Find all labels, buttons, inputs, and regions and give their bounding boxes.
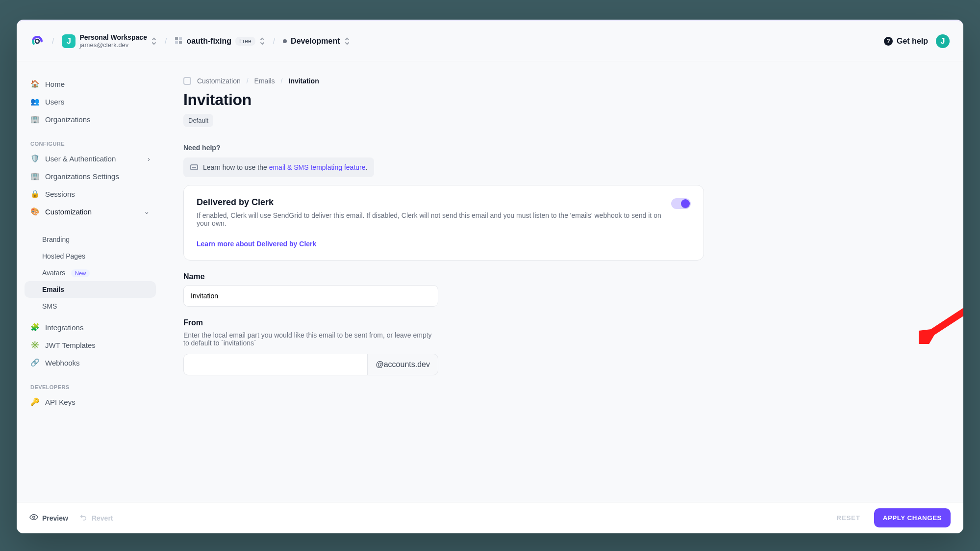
sidebar-item-label: Home bbox=[45, 80, 65, 88]
name-label: Name bbox=[183, 272, 438, 281]
sidebar-item-sessions[interactable]: 🔒 Sessions bbox=[25, 185, 156, 203]
sidebar-item-organizations[interactable]: 🏢 Organizations bbox=[25, 110, 156, 128]
subnav-sms[interactable]: SMS bbox=[25, 298, 156, 315]
sidebar-item-api-keys[interactable]: 🔑 API Keys bbox=[25, 393, 156, 411]
nav-more: 🧩 Integrations ✳️ JWT Templates 🔗 Webhoo… bbox=[25, 318, 156, 371]
field-from: From Enter the local email part you woul… bbox=[183, 318, 438, 375]
breadcrumb-separator: / bbox=[281, 77, 283, 85]
page-title: Invitation bbox=[183, 91, 944, 109]
sidebar-item-label: Webhooks bbox=[45, 359, 80, 367]
from-help: Enter the local email part you would lik… bbox=[183, 331, 438, 347]
help-box: Learn how to use the email & SMS templat… bbox=[183, 157, 374, 177]
subnav-customization: Branding Hosted Pages Avatars New Emails… bbox=[25, 231, 156, 315]
environment-selector[interactable]: Development bbox=[283, 37, 350, 46]
help-link[interactable]: email & SMS templating feature bbox=[269, 163, 366, 171]
app-window: / J Personal Workspace james@clerk.dev /… bbox=[17, 20, 963, 533]
sidebar-item-customization[interactable]: 🎨 Customization ⌄ bbox=[25, 203, 156, 220]
crumb-invitation: Invitation bbox=[289, 77, 319, 85]
workspace-chip: J bbox=[62, 34, 75, 48]
panel-description: If enabled, Clerk will use SendGrid to d… bbox=[197, 211, 662, 227]
sidebar-item-label: Organizations Settings bbox=[45, 172, 119, 181]
delivered-by-clerk-panel: Delivered by Clerk If enabled, Clerk wil… bbox=[183, 185, 704, 261]
chevron-right-icon: › bbox=[148, 155, 150, 163]
clerk-logo-icon bbox=[30, 34, 44, 48]
lock-icon: 🔒 bbox=[30, 189, 39, 198]
sidebar-item-label: JWT Templates bbox=[45, 341, 96, 349]
subnav-avatars[interactable]: Avatars New bbox=[25, 264, 156, 281]
crumb-emails[interactable]: Emails bbox=[254, 77, 275, 85]
sidebar-item-organizations-settings[interactable]: 🏢 Organizations Settings bbox=[25, 167, 156, 185]
breadcrumb-separator: / bbox=[165, 37, 167, 46]
environment-name: Development bbox=[291, 37, 340, 46]
sidebar-item-jwt-templates[interactable]: ✳️ JWT Templates bbox=[25, 336, 156, 354]
sidebar-item-label: Sessions bbox=[45, 190, 75, 198]
project-caret-icon bbox=[259, 37, 265, 46]
svg-line-7 bbox=[932, 290, 963, 332]
status-badge: Default bbox=[183, 114, 213, 127]
breadcrumb-separator: / bbox=[52, 37, 54, 46]
subnav-branding[interactable]: Branding bbox=[25, 231, 156, 248]
reset-button[interactable]: RESET bbox=[833, 514, 863, 522]
learn-more-link[interactable]: Learn more about Delivered by Clerk bbox=[197, 240, 316, 248]
sidebar-item-label: Customization bbox=[45, 208, 92, 216]
svg-point-8 bbox=[33, 516, 35, 519]
from-label: From bbox=[183, 318, 438, 327]
sidebar-item-label: API Keys bbox=[45, 398, 75, 406]
breadcrumbs: Customization / Emails / Invitation bbox=[183, 77, 944, 85]
sidebar-item-label: Users bbox=[45, 98, 64, 106]
org-settings-icon: 🏢 bbox=[30, 172, 39, 181]
from-input-group: @accounts.dev bbox=[183, 354, 438, 375]
section-title-developers: DEVELOPERS bbox=[25, 382, 156, 393]
from-input[interactable] bbox=[183, 354, 367, 375]
help-icon: ? bbox=[884, 37, 893, 46]
name-input[interactable] bbox=[183, 285, 438, 307]
panel-title: Delivered by Clerk bbox=[197, 197, 662, 208]
apply-changes-button[interactable]: APPLY CHANGES bbox=[874, 508, 951, 527]
help-text: Learn how to use the bbox=[203, 163, 269, 171]
svg-rect-3 bbox=[179, 37, 182, 40]
preview-button[interactable]: Preview bbox=[29, 513, 68, 523]
svg-rect-4 bbox=[175, 41, 178, 44]
revert-button[interactable]: Revert bbox=[79, 513, 113, 523]
org-icon: 🏢 bbox=[30, 115, 39, 124]
envelope-icon bbox=[190, 164, 198, 170]
subnav-emails[interactable]: Emails bbox=[25, 281, 156, 298]
sidebar-item-home[interactable]: 🏠 Home bbox=[25, 75, 156, 93]
sidebar-item-label: Organizations bbox=[45, 115, 91, 124]
sidebar-item-users[interactable]: 👥 Users bbox=[25, 93, 156, 110]
workspace-name: Personal Workspace bbox=[79, 33, 147, 41]
sidebar-item-label: User & Authentication bbox=[45, 155, 116, 163]
sidebar-item-user-auth[interactable]: 🛡️ User & Authentication › bbox=[25, 150, 156, 167]
breadcrumb-separator: / bbox=[273, 37, 275, 46]
revert-icon bbox=[79, 513, 88, 523]
topbar: / J Personal Workspace james@clerk.dev /… bbox=[17, 21, 963, 61]
key-icon: 🔑 bbox=[30, 397, 39, 406]
sidebar-item-webhooks[interactable]: 🔗 Webhooks bbox=[25, 354, 156, 371]
toggle-knob-icon bbox=[681, 199, 690, 208]
delivered-by-clerk-toggle[interactable] bbox=[671, 198, 691, 209]
help-button[interactable]: ? Get help bbox=[884, 37, 928, 46]
workspace-caret-icon bbox=[151, 37, 157, 46]
users-icon: 👥 bbox=[30, 97, 39, 106]
sidebar: 🏠 Home 👥 Users 🏢 Organizations CONFIGURE bbox=[17, 61, 164, 502]
project-selector[interactable]: oauth-fixing Free bbox=[175, 36, 265, 46]
new-badge: New bbox=[71, 269, 90, 277]
nav-main: 🏠 Home 👥 Users 🏢 Organizations bbox=[25, 75, 156, 128]
content: Customization / Emails / Invitation Invi… bbox=[164, 61, 963, 502]
shield-icon: 🛡️ bbox=[30, 154, 39, 163]
plan-badge: Free bbox=[235, 37, 255, 46]
help-label: Get help bbox=[897, 37, 928, 46]
user-avatar[interactable]: J bbox=[936, 34, 950, 48]
preview-label: Preview bbox=[42, 514, 68, 522]
crumb-customization[interactable]: Customization bbox=[197, 77, 241, 85]
subnav-hosted-pages[interactable]: Hosted Pages bbox=[25, 248, 156, 264]
env-dot-icon bbox=[283, 39, 287, 43]
help-block: Need help? Learn how to use the email & … bbox=[183, 144, 944, 177]
workspace-selector[interactable]: J Personal Workspace james@clerk.dev bbox=[62, 33, 156, 49]
browser-frame: / J Personal Workspace james@clerk.dev /… bbox=[0, 0, 980, 551]
revert-label: Revert bbox=[92, 514, 113, 522]
sidebar-item-integrations[interactable]: 🧩 Integrations bbox=[25, 318, 156, 336]
field-name: Name bbox=[183, 272, 438, 307]
webhook-icon: 🔗 bbox=[30, 358, 39, 367]
chevron-down-icon: ⌄ bbox=[144, 207, 150, 216]
